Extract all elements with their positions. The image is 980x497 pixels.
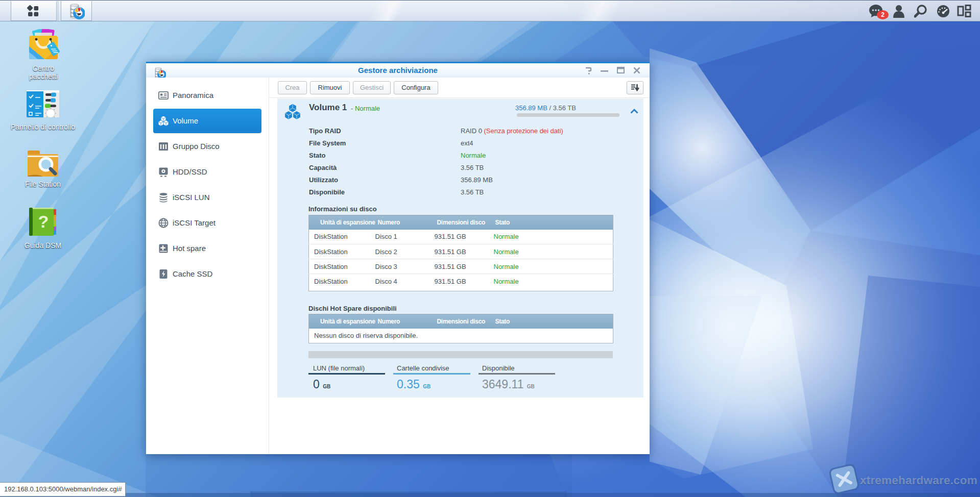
svg-text:?: ? [38, 212, 49, 231]
svg-text:2: 2 [881, 11, 885, 18]
